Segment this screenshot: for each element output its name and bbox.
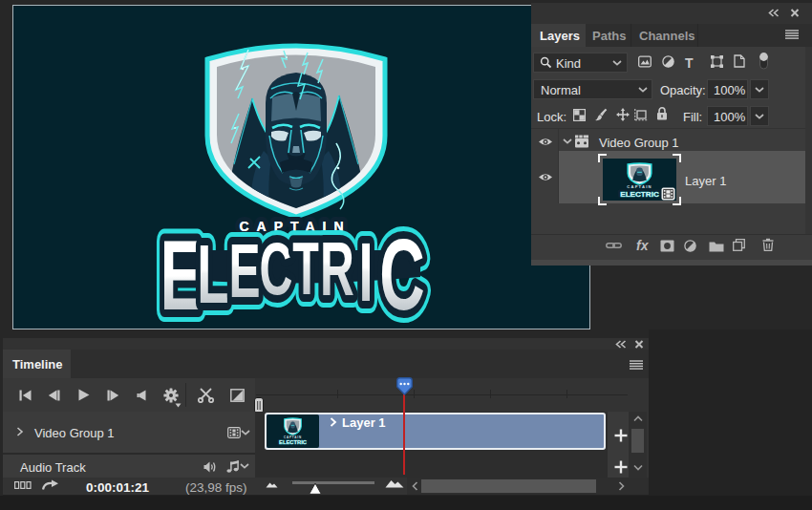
svg-text:E: E <box>228 228 260 313</box>
svg-text:L: L <box>197 227 228 322</box>
svg-text:C: C <box>379 218 424 329</box>
svg-text:I: I <box>358 225 373 320</box>
svg-text:T: T <box>292 226 321 310</box>
svg-text:E: E <box>160 220 202 329</box>
svg-text:C: C <box>260 226 293 310</box>
svg-text:R: R <box>320 226 354 311</box>
